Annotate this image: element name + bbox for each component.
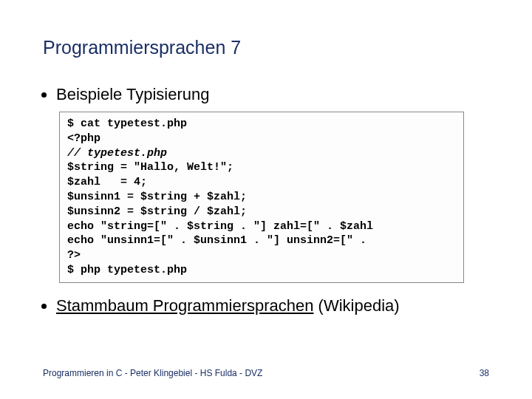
code-line-11: $ php typetest.php <box>67 264 187 276</box>
bullet-list-2: Stammbaum Programmiersprachen (Wikipedia… <box>43 296 489 316</box>
code-line-2: <?php <box>67 132 100 145</box>
bullet-list: Beispiele Typisierung <box>43 85 489 104</box>
code-content: $ cat typetest.php <?php // typetest.php… <box>67 117 456 278</box>
code-line-8: echo "string=[" . $string . "] zahl=[" .… <box>67 220 373 233</box>
code-box: $ cat typetest.php <?php // typetest.php… <box>59 112 464 283</box>
code-line-10: ?> <box>67 249 81 262</box>
slide-title: Programmiersprachen 7 <box>43 37 489 58</box>
code-line-5: $zahl = 4; <box>67 176 147 188</box>
code-line-6: $unsinn1 = $string + $zahl; <box>67 191 247 203</box>
wikipedia-link[interactable]: Stammbaum Programmiersprachen <box>56 296 313 315</box>
code-line-4: $string = "Hallo, Welt!"; <box>67 161 233 174</box>
slide: Programmiersprachen 7 Beispiele Typisier… <box>0 0 532 399</box>
slide-footer: Programmieren in C - Peter Klingebiel - … <box>43 368 489 378</box>
footer-left-text: Programmieren in C - Peter Klingebiel - … <box>43 368 262 378</box>
code-line-7: $unsinn2 = $string / $zahl; <box>67 205 247 218</box>
bullet-2-suffix: (Wikipedia) <box>313 296 399 315</box>
code-line-9: echo "unsinn1=[" . $unsinn1 . "] unsinn2… <box>67 234 366 247</box>
bullet-item-2: Stammbaum Programmiersprachen (Wikipedia… <box>56 296 489 316</box>
footer-page-number: 38 <box>480 368 489 378</box>
code-line-3: // typetest.php <box>67 147 167 160</box>
bullet-text-1: Beispiele Typisierung <box>56 85 210 103</box>
code-line-1: $ cat typetest.php <box>67 117 187 130</box>
bullet-item-1: Beispiele Typisierung <box>56 85 489 104</box>
